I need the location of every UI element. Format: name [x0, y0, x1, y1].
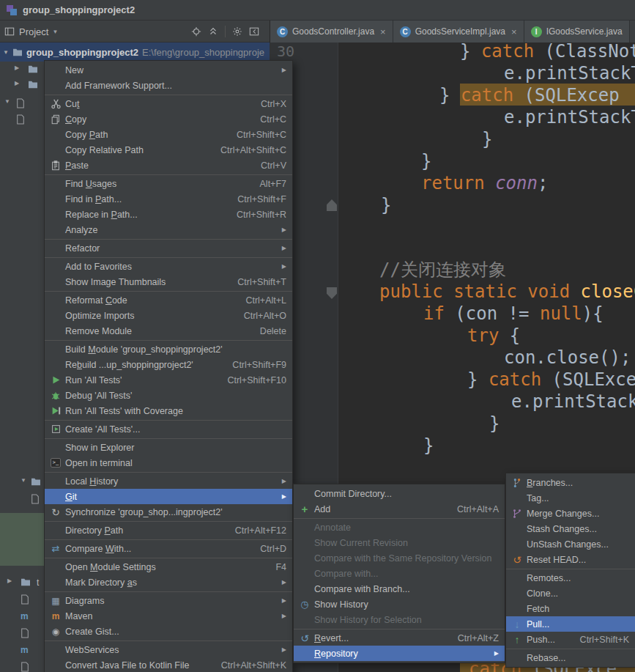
menu-item-create-gist[interactable]: ◉Create Gist...	[45, 624, 292, 639]
menu-item-add-framework-support[interactable]: Add Framework Support...	[45, 78, 292, 93]
menu-item-tag[interactable]: Tag...	[506, 490, 635, 506]
menu-item-webservices[interactable]: WebServices▶	[45, 642, 292, 657]
menu-item-show-history[interactable]: ◷Show History	[294, 597, 505, 612]
menu-item-paste[interactable]: PasteCtrl+V	[45, 158, 292, 173]
menu-item-synchronize-group-shop-ingproject2[interactable]: ↻Synchronize 'group_shop...ingproject2'	[45, 504, 292, 520]
menu-item-copy[interactable]: CopyCtrl+C	[45, 111, 292, 127]
menu-item-open-module-settings[interactable]: Open Module SettingsF4	[45, 559, 292, 575]
menu-item-build-module-group-shoppingproject2[interactable]: Build Module 'group_shoppingproject2'	[45, 341, 292, 357]
menu-item-maven[interactable]: mMaven▶	[45, 608, 292, 624]
menu-item-label: Cut	[65, 99, 79, 109]
menu-item-rebuild-up-shoppingproject2[interactable]: Rebuild ...up_shoppingproject2'Ctrl+Shif…	[45, 357, 292, 372]
menu-item-branches[interactable]: Branches...	[506, 475, 635, 490]
chevron-right-icon[interactable]: ▶	[15, 64, 19, 71]
tab-goodscontroller-java[interactable]: CGoodsController.java×	[270, 21, 393, 43]
tab-goodsserviceimpl-java[interactable]: CGoodsServiceImpl.java×	[393, 21, 524, 43]
menu-item-label: Branches...	[527, 478, 573, 488]
menu-item-compare-with-branch[interactable]: Compare with Branch...	[294, 581, 505, 597]
menu-item-show-in-explorer[interactable]: Show in Explorer	[45, 440, 292, 455]
project-view-selector[interactable]: Project ▼	[19, 26, 58, 37]
code-line: con.close();	[504, 347, 631, 369]
menu-item-unstash-changes[interactable]: UnStash Changes...	[506, 536, 635, 552]
menu-separator	[45, 420, 292, 421]
locate-icon[interactable]	[191, 26, 201, 37]
menu-item-cut[interactable]: CutCtrl+X	[45, 96, 292, 111]
class-icon: C	[400, 26, 411, 37]
menu-item-create-all-tests[interactable]: Create 'All Tests'...	[45, 421, 292, 437]
menu-item-diagrams[interactable]: ▦Diagrams▶	[45, 593, 292, 608]
menu-item-rebase[interactable]: Rebase...	[506, 650, 635, 665]
chevron-down-icon[interactable]: ▼	[4, 98, 10, 105]
menu-item-debug-all-tests[interactable]: Debug 'All Tests'	[45, 388, 292, 403]
menu-item-remotes[interactable]: Remotes...	[506, 570, 635, 586]
menu-item-copy-path[interactable]: Copy PathCtrl+Shift+C	[45, 127, 292, 142]
menu-item-reset-head[interactable]: ↺Reset HEAD...	[506, 552, 635, 567]
compare-icon: ⇄	[49, 543, 62, 554]
menu-item-push[interactable]: ↑Push...Ctrl+Shift+K	[506, 632, 635, 647]
menu-item-run-all-tests-with-coverage[interactable]: Run 'All Tests' with Coverage	[45, 403, 292, 418]
menu-item-analyze[interactable]: Analyze▶	[45, 222, 292, 237]
menu-item-find-usages[interactable]: Find UsagesAlt+F7	[45, 176, 292, 191]
code-line: }	[421, 150, 431, 172]
menu-item-shortcut: Ctrl+Alt+Z	[458, 633, 499, 643]
menu-item-shortcut: Ctrl+Alt+Shift+C	[220, 145, 286, 155]
menu-separator	[45, 95, 292, 95]
menu-item-new[interactable]: New▶	[45, 62, 292, 78]
menu-item-label: Fetch	[527, 604, 549, 614]
context-menu-main: New▶Add Framework Support...CutCtrl+XCop…	[44, 60, 293, 672]
close-icon[interactable]: ×	[511, 26, 517, 37]
chevron-right-icon[interactable]: ▶	[7, 577, 12, 584]
coverage-icon	[49, 406, 62, 416]
collapse-all-icon[interactable]	[208, 26, 218, 37]
run-icon	[49, 375, 62, 385]
menu-item-convert-java-file-to-kotlin-file[interactable]: Convert Java File to Kotlin FileCtrl+Alt…	[45, 657, 292, 672]
chevron-down-icon[interactable]: ▼	[3, 49, 9, 56]
menu-item-label: Copy	[65, 114, 86, 125]
menu-item-shortcut: Ctrl+X	[261, 99, 286, 109]
close-icon[interactable]: ×	[380, 26, 386, 37]
menu-item-find-in-path[interactable]: Find in Path...Ctrl+Shift+F	[45, 191, 292, 207]
file-icon	[31, 494, 40, 504]
chevron-right-icon[interactable]: ▶	[15, 80, 19, 86]
submenu-arrow-icon: ▶	[279, 263, 286, 270]
app-icon	[6, 4, 18, 16]
menu-item-local-history[interactable]: Local History▶	[45, 473, 292, 489]
menu-item-replace-in-path[interactable]: Replace in Path...Ctrl+Shift+R	[45, 207, 292, 222]
menu-item-open-in-terminal[interactable]: >_Open in terminal	[45, 455, 292, 470]
menu-item-fetch[interactable]: Fetch	[506, 601, 635, 616]
menu-item-refactor[interactable]: Refactor▶	[45, 240, 292, 256]
menu-item-reformat-code[interactable]: Reformat CodeCtrl+Alt+L	[45, 292, 292, 308]
menu-item-revert[interactable]: ↺Revert...Ctrl+Alt+Z	[294, 630, 505, 646]
context-menu-git: Commit Directory...+AddCtrl+Alt+AAnnotat…	[293, 484, 505, 663]
hide-panel-icon[interactable]	[249, 26, 259, 37]
menu-item-add[interactable]: +AddCtrl+Alt+A	[294, 501, 505, 517]
menu-item-label: Repository	[314, 649, 358, 659]
menu-item-copy-relative-path[interactable]: Copy Relative PathCtrl+Alt+Shift+C	[45, 142, 292, 158]
menu-item-remove-module[interactable]: Remove ModuleDelete	[45, 323, 292, 339]
menu-item-optimize-imports[interactable]: Optimize ImportsCtrl+Alt+O	[45, 308, 292, 323]
project-root-node[interactable]: ▼ group_shoppingproject2 E:\feng\group_s…	[0, 43, 270, 62]
push-icon: ↑	[510, 634, 524, 646]
menu-item-run-all-tests[interactable]: Run 'All Tests'Ctrl+Shift+F10	[45, 372, 292, 388]
tab-igoodsservice-java[interactable]: IIGoodsService.java	[524, 21, 630, 43]
menu-item-label: Open Module Settings	[65, 562, 156, 572]
menu-item-label: Compare with Branch...	[314, 584, 410, 594]
menu-item-mark-directory-as[interactable]: Mark Directory as▶	[45, 575, 292, 590]
menu-item-merge-changes[interactable]: Merge Changes...	[506, 506, 635, 521]
menu-item-pull[interactable]: ↓Pull...	[506, 616, 635, 632]
code-line: return conn;	[421, 172, 548, 194]
menu-item-commit-directory[interactable]: Commit Directory...	[294, 486, 505, 501]
menu-separator	[45, 438, 292, 439]
menu-item-clone[interactable]: Clone...	[506, 586, 635, 601]
menu-item-repository[interactable]: Repository▶	[294, 646, 505, 661]
pull-icon: ↓	[510, 619, 524, 630]
submenu-arrow-icon: ▶	[279, 646, 286, 653]
settings-icon[interactable]	[232, 26, 242, 37]
menu-item-add-to-favorites[interactable]: Add to Favorites▶	[45, 259, 292, 274]
menu-item-git[interactable]: Git▶	[45, 489, 292, 504]
chevron-down-icon[interactable]: ▼	[21, 477, 26, 484]
menu-item-directory-path[interactable]: Directory PathCtrl+Alt+F12	[45, 523, 292, 538]
menu-item-compare-with[interactable]: ⇄Compare With...Ctrl+D	[45, 541, 292, 556]
menu-item-stash-changes[interactable]: Stash Changes...	[506, 521, 635, 536]
menu-item-show-image-thumbnails[interactable]: Show Image ThumbnailsCtrl+Shift+T	[45, 274, 292, 289]
